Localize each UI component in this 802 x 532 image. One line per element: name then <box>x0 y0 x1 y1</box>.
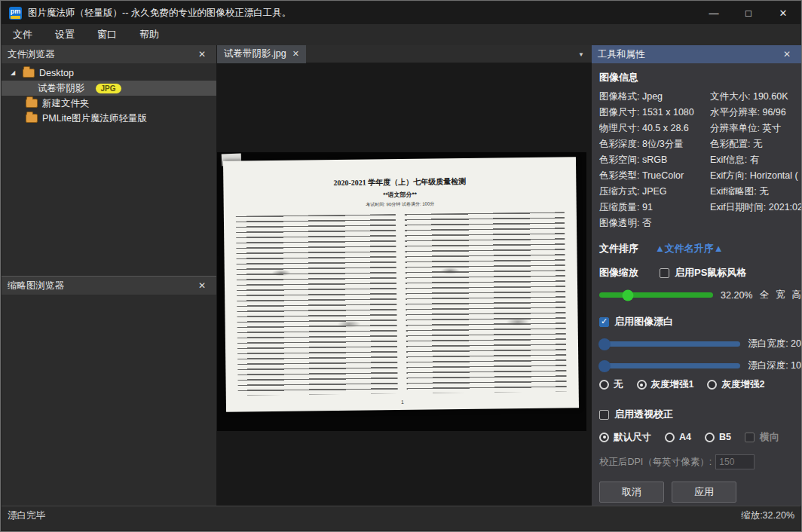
tab-exam-image[interactable]: 试卷带阴影.jpg ✕ <box>217 45 306 63</box>
status-message: 漂白完毕 <box>8 509 45 522</box>
exam-text-columns <box>224 206 579 396</box>
tree-node-exam-file[interactable]: 试卷带阴影 JPG <box>2 81 216 96</box>
apply-button[interactable]: 应用 <box>672 482 736 503</box>
left-sidebar: 文件浏览器 ✕ ◢ Desktop 试卷带阴影 JPG 新建文件夹 PMLite… <box>2 45 217 506</box>
bleach-width-slider-thumb[interactable] <box>598 338 611 350</box>
bleach-enable-checkbox[interactable] <box>599 317 609 327</box>
perspective-enable-checkbox[interactable] <box>599 410 609 420</box>
app-logo-text: pm <box>11 8 21 15</box>
radio-icon[interactable] <box>599 433 609 442</box>
folder-icon <box>26 99 38 108</box>
info-row: 图像格式: Jpeg 文件大小: 190.60K <box>599 89 801 105</box>
tools-panel: 工具和属性 ✕ 图像信息 图像格式: Jpeg 文件大小: 190.60K 图像… <box>592 45 801 506</box>
maximize-button[interactable]: □ <box>731 2 766 24</box>
exam-title: 2020-2021 学年度（上）七年级质量检测 <box>223 175 576 190</box>
bleach-width-slider[interactable] <box>599 341 740 347</box>
menu-settings[interactable]: 设置 <box>44 24 86 45</box>
zoom-slider-thumb[interactable] <box>622 289 633 301</box>
fit-height-button[interactable]: 高 <box>792 289 802 301</box>
exam-paper-preview: 2020-2021 学年度（上）七年级质量检测 **语文部分** 考试时间: 9… <box>223 157 579 412</box>
tools-panel-title: 工具和属性 <box>598 48 645 61</box>
bleach-depth-slider-thumb[interactable] <box>598 360 611 372</box>
info-row: 压缩方式: JPEG Exif缩略图: 无 <box>599 184 801 200</box>
tree-node-label: 试卷带阴影 <box>38 82 85 95</box>
menu-file[interactable]: 文件 <box>2 24 44 45</box>
landscape-option: 横向 <box>745 430 779 444</box>
info-row: 压缩质量: 91 Exif日期时间: 2021:02 <box>599 200 801 216</box>
tree-node-new-folder[interactable]: 新建文件夹 <box>2 96 216 111</box>
tab-bar: 试卷带阴影.jpg ✕ ▼ <box>217 45 592 63</box>
landscape-checkbox[interactable] <box>745 433 755 442</box>
tab-close-icon[interactable]: ✕ <box>292 49 299 59</box>
gray-mode-none[interactable]: 无 <box>599 378 623 391</box>
close-button[interactable]: ✕ <box>766 2 800 24</box>
radio-icon[interactable] <box>665 433 675 442</box>
image-viewer[interactable]: 2020-2021 学年度（上）七年级质量检测 **语文部分** 考试时间: 9… <box>217 63 592 506</box>
file-sort-order-link[interactable]: ▲文件名升序▲ <box>655 242 724 255</box>
fit-width-button[interactable]: 宽 <box>776 289 785 301</box>
tab-label: 试卷带阴影.jpg <box>224 47 286 60</box>
cancel-button[interactable]: 取消 <box>599 482 664 503</box>
fit-all-button[interactable]: 全 <box>760 289 770 301</box>
folder-icon <box>26 114 38 123</box>
zoom-slider[interactable] <box>599 292 713 298</box>
radio-icon[interactable] <box>637 380 647 390</box>
tree-node-pmlite-folder[interactable]: PMLite图片魔法师轻量版 <box>2 111 216 126</box>
gray-mode-enhance2[interactable]: 灰度增强2 <box>707 378 764 391</box>
radio-icon[interactable] <box>705 433 715 442</box>
gray-mode-enhance1[interactable]: 灰度增强1 <box>637 378 694 391</box>
tree-node-label: 新建文件夹 <box>42 97 90 110</box>
close-icon[interactable]: ✕ <box>779 49 795 60</box>
exam-text-column-right <box>405 212 567 393</box>
ps-mouse-checkbox[interactable] <box>660 268 669 278</box>
image-zoom-label: 图像缩放 <box>599 266 638 280</box>
info-resolution: 水平分辨率: 96/96 <box>710 106 801 119</box>
size-default-label: 默认尺寸 <box>614 431 651 444</box>
bleach-depth-row: 漂白深度: 10 <box>599 359 801 372</box>
info-exif-thumbnail: Exif缩略图: 无 <box>710 185 801 198</box>
tools-panel-header: 工具和属性 ✕ <box>592 45 801 63</box>
file-sort-label: 文件排序 <box>599 242 638 255</box>
size-b5[interactable]: B5 <box>705 432 731 442</box>
status-bar: 漂白完毕 缩放:32.20% <box>2 506 800 530</box>
window-controls: — □ ✕ <box>696 2 800 24</box>
perspective-enable-row: 启用透视校正 <box>599 408 801 421</box>
size-default[interactable]: 默认尺寸 <box>599 431 651 444</box>
menu-help[interactable]: 帮助 <box>128 24 170 45</box>
gray-mode-enhance1-label: 灰度增强1 <box>651 378 694 391</box>
info-quality: 压缩质量: 91 <box>599 201 710 214</box>
dpi-input[interactable] <box>715 454 755 469</box>
bleach-depth-caption: 漂白深度: 10 <box>748 359 801 372</box>
app-logo-icon: pm <box>9 7 22 20</box>
close-icon[interactable]: ✕ <box>194 280 210 291</box>
radio-icon[interactable] <box>707 380 717 390</box>
info-physical-size: 物理尺寸: 40.5 x 28.6 <box>599 122 710 135</box>
tree-node-label: Desktop <box>39 68 74 78</box>
tab-list-dropdown-icon[interactable]: ▼ <box>571 50 592 58</box>
close-icon[interactable]: ✕ <box>194 49 210 60</box>
info-color-type: 色彩类型: TrueColor <box>599 170 710 182</box>
window-title: 图片魔法师（轻量版）-- 永久免费的专业的图像校正漂白工具。 <box>28 7 291 20</box>
menu-window[interactable]: 窗口 <box>86 24 128 45</box>
info-resolution-unit: 分辨率单位: 英寸 <box>710 122 801 135</box>
info-filesize: 文件大小: 190.60K <box>710 90 801 103</box>
ps-mouse-label: 启用PS鼠标风格 <box>675 266 746 280</box>
tree-node-desktop[interactable]: ◢ Desktop <box>2 66 216 81</box>
tree-node-label: PMLite图片魔法师轻量版 <box>42 112 147 125</box>
radio-icon[interactable] <box>599 380 609 390</box>
info-row: 物理尺寸: 40.5 x 28.6 分辨率单位: 英寸 <box>599 121 801 136</box>
info-color-space: 色彩空间: sRGB <box>599 154 710 167</box>
expander-icon[interactable]: ◢ <box>11 69 18 77</box>
bleach-depth-slider[interactable] <box>599 363 740 368</box>
app-window: pm 图片魔法师（轻量版）-- 永久免费的专业的图像校正漂白工具。 — □ ✕ … <box>0 0 802 532</box>
minimize-button[interactable]: — <box>696 2 731 24</box>
size-a4-label: A4 <box>679 432 691 442</box>
gray-mode-group: 无 灰度增强1 灰度增强2 <box>599 378 801 391</box>
zoom-slider-row: 32.20% 全 宽 高 <box>599 289 801 301</box>
file-sort-row: 文件排序 ▲文件名升序▲ <box>599 242 801 255</box>
size-a4[interactable]: A4 <box>665 432 691 442</box>
info-exif-orientation: Exif方向: Horizontal ( <box>710 170 801 182</box>
landscape-label: 横向 <box>760 430 779 444</box>
file-browser-header: 文件浏览器 ✕ <box>2 45 216 63</box>
info-color-depth: 色彩深度: 8位/3分量 <box>599 138 710 151</box>
